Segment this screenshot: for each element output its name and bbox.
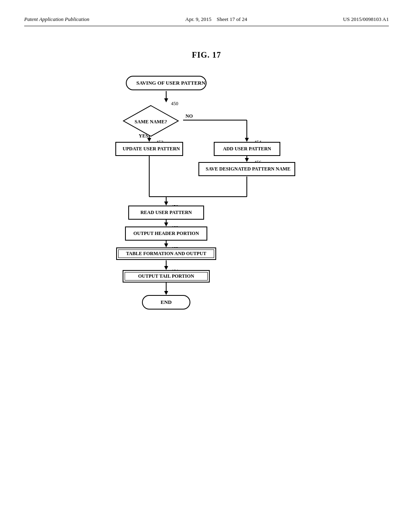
header-sheet: Sheet 17 of 24	[217, 16, 247, 22]
header-publication: Patent Application Publication	[24, 16, 90, 23]
end-label: END	[142, 295, 190, 310]
box-454: ADD USER PATTERN	[214, 142, 280, 156]
box-456: SAVE DESIGNATED PATTERN NAME	[198, 162, 295, 176]
svg-marker-23	[164, 291, 168, 295]
end-node: END	[142, 295, 190, 310]
start-node: SAVING OF USER PATTERN	[126, 76, 206, 90]
svg-marker-1	[164, 98, 168, 102]
svg-text:NO: NO	[186, 113, 193, 119]
box-462: TABLE FORMATION AND OUTPUT	[116, 247, 216, 260]
box-456-label: SAVE DESIGNATED PATTERN NAME	[198, 162, 295, 176]
box-452-label: UPDATE USER PATTERN	[115, 142, 183, 156]
page-header: Patent Application Publication Apr. 9, 2…	[24, 16, 389, 26]
svg-marker-7	[245, 138, 249, 142]
svg-marker-19	[164, 243, 168, 247]
box-460: OUTPUT HEADER PORTION	[125, 227, 207, 241]
svg-marker-15	[164, 202, 168, 206]
diamond-450: SAME NAME?	[123, 105, 179, 139]
svg-marker-21	[164, 266, 168, 270]
page: Patent Application Publication Apr. 9, 2…	[0, 0, 413, 532]
diamond-450-label: SAME NAME?	[135, 119, 167, 125]
box-458-label: READ USER PATTERN	[128, 206, 204, 220]
box-458: READ USER PATTERN	[128, 206, 204, 220]
svg-marker-17	[164, 222, 168, 227]
box-460-label: OUTPUT HEADER PORTION	[125, 227, 207, 241]
header-date: Apr. 9, 2015	[185, 16, 211, 22]
start-label: SAVING OF USER PATTERN	[126, 76, 206, 90]
box-452: UPDATE USER PATTERN	[115, 142, 183, 156]
header-date-sheet: Apr. 9, 2015 Sheet 17 of 24	[185, 16, 247, 23]
svg-marker-10	[245, 158, 249, 162]
figure-title: FIG. 17	[24, 50, 389, 60]
header-patent-number: US 2015/0098103 A1	[343, 16, 389, 23]
flowchart: YES NO	[94, 72, 319, 386]
box-454-label: ADD USER PATTERN	[214, 142, 280, 156]
box-464: OUTPUT TAIL PORTION	[123, 270, 210, 283]
